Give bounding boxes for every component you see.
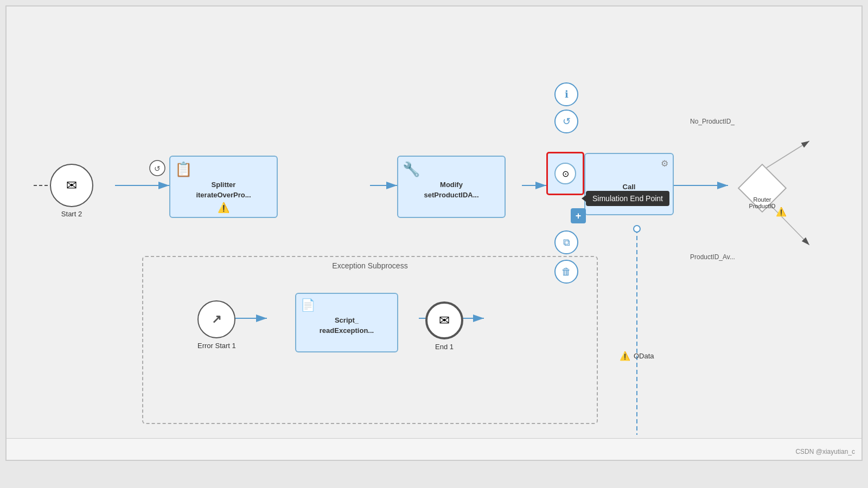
simulation-endpoint-box[interactable]: ⊙: [546, 152, 584, 195]
info-toolbar-button[interactable]: ℹ: [554, 82, 578, 106]
info-icon: ℹ: [565, 88, 569, 100]
flow-canvas: ↺ ✉ Start 2 📋 Splitter iterateOverPro...…: [5, 5, 863, 461]
splitter-label2: iterateOverPro...: [196, 191, 251, 199]
plus-label: +: [576, 210, 582, 222]
connection-circle: [634, 226, 640, 232]
script-label: Script_ readException...: [320, 310, 374, 336]
error-start-icon: ↗: [212, 312, 221, 326]
error-start-node: ↗ Error Start 1: [197, 300, 236, 350]
script-icon: 📄: [301, 298, 315, 312]
odata-container: ⚠️ OData: [620, 351, 654, 361]
splitter-label: Splitter iterateOverPro...: [196, 174, 251, 200]
start2-node: ✉ Start 2: [50, 164, 93, 207]
modify-label2: setProductIDA...: [424, 191, 478, 199]
modify-node[interactable]: 🔧 Modify setProductIDA...: [397, 156, 506, 218]
odata-label: OData: [634, 352, 654, 360]
modify-box[interactable]: 🔧 Modify setProductIDA...: [397, 156, 506, 218]
productid-av-label: ProductID_Av...: [690, 253, 735, 261]
call-gear-icon: ⚙: [661, 158, 668, 169]
copy-icon: ⧉: [563, 237, 570, 248]
end1-node: ✉ End 1: [425, 301, 463, 351]
end1-circle: ✉: [425, 301, 463, 339]
splitter-warning: ⚠️: [218, 202, 229, 214]
replay-icon: ↺: [563, 115, 571, 127]
no-productid-label: No_ProductID_: [690, 118, 735, 125]
modify-label1: Modify: [440, 181, 463, 189]
context-toolbar[interactable]: ℹ ↺: [554, 82, 578, 133]
start2-label: Start 2: [61, 210, 82, 218]
tooltip-text: Simulation End Point: [592, 194, 663, 203]
call-label1: Call: [623, 183, 636, 191]
simulation-tooltip: Simulation End Point: [586, 191, 669, 206]
bottom-bar: CSDN @xiayutian_c: [7, 438, 861, 460]
router-node[interactable]: Router ProductID ⚠️: [738, 164, 787, 213]
simulation-endpoint-inner: ⊙: [554, 163, 576, 184]
splitter-node[interactable]: 📋 Splitter iterateOverPro... ⚠️: [169, 156, 278, 218]
modify-icon: 🔧: [403, 161, 420, 178]
replay-connector-icon: ↺: [154, 164, 161, 173]
exception-subprocess: Exception Subprocess ↗ Error Start 1 📄 S…: [142, 256, 598, 424]
splitter-icon: 📋: [175, 161, 192, 178]
replay-connector-circle: [150, 160, 165, 176]
splitter-box[interactable]: 📋 Splitter iterateOverPro... ⚠️: [169, 156, 278, 218]
replay-toolbar-button[interactable]: ↺: [554, 110, 578, 133]
start2-circle: ✉: [50, 164, 93, 207]
plus-toolbar-button[interactable]: +: [571, 208, 586, 223]
splitter-label1: Splitter: [212, 181, 236, 189]
script-box[interactable]: 📄 Script_ readException...: [295, 293, 398, 352]
modify-label: Modify setProductIDA...: [424, 174, 478, 200]
subprocess-label: Exception Subprocess: [332, 261, 407, 270]
end1-label: End 1: [425, 343, 463, 351]
watermark-text: CSDN @xiayutian_c: [795, 448, 855, 455]
router-label2: ProductID: [749, 203, 776, 209]
end1-icon: ✉: [439, 313, 450, 328]
error-start-label: Error Start 1: [197, 342, 236, 350]
router-warning: ⚠️: [776, 207, 787, 217]
script-label2: readException...: [320, 326, 374, 335]
envelope-icon: ✉: [66, 178, 77, 193]
router-label1: Router: [749, 196, 776, 203]
router-label: Router ProductID: [749, 196, 776, 209]
simulation-endpoint-node[interactable]: ⊙: [546, 152, 584, 195]
script-label1: Script_: [335, 316, 359, 324]
error-start-circle: ↗: [197, 300, 235, 338]
copy-toolbar-button[interactable]: ⧉: [554, 230, 578, 254]
plus-icon[interactable]: +: [571, 208, 586, 223]
script-node[interactable]: 📄 Script_ readException...: [295, 293, 398, 352]
odata-warning: ⚠️: [620, 351, 630, 361]
call-label: Call: [623, 176, 636, 192]
